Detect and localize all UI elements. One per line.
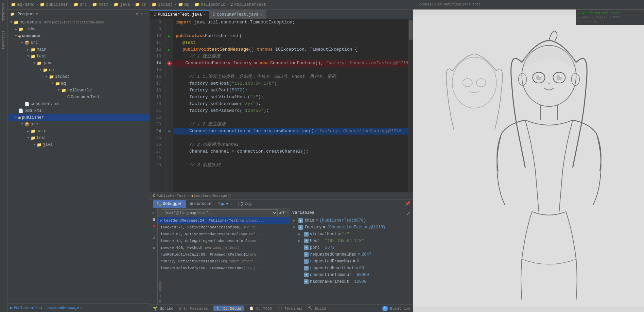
stepover-icon[interactable]: ↷ [226,201,228,207]
minimize-icon[interactable]: — [145,12,147,17]
tree-item-publisher-java[interactable]: ▼ 📁 java [7,141,150,148]
code-line-10: public class PublisherTest { [173,33,408,39]
tree-item-consumer[interactable]: ▼ ◉ consumer [7,33,150,39]
debug-tab-console[interactable]: ▦ Console [187,200,215,208]
infinity-btn[interactable]: ∞ [159,299,160,303]
frame-item[interactable]: ▶ testSendMessage:24, PublisherTest (cn.… [158,217,290,224]
gear2-icon[interactable]: ⚡ [140,12,143,17]
frame-item[interactable]: invoke:43, DelegatingMethodAccessorImpl … [158,238,290,244]
tree-item-consumer-test-class[interactable]: ▶ C ConsumerTest [7,94,150,101]
scroll-gutter-btn[interactable]: ∞ [151,245,157,251]
tree-item-consumer-main[interactable]: ▶ 📁 main [7,46,150,53]
frame-item[interactable]: runReflectiveCall:59, FrameworkMethod$1 … [158,251,290,258]
settings-icon[interactable]: ⚙ [136,12,138,17]
code-gutter: ▶ ▶ ● [166,19,173,192]
frame-item[interactable]: invoke:62, NativeMethodAccessorImpl (sun… [158,231,290,238]
mute-icon[interactable]: ◎ [248,201,251,207]
editor-area: C PublisherTest.java ✕ C ConsumerTest.ja… [150,10,413,312]
var-factory[interactable]: ▼ f factory = {ConnectionFactory@1218} [290,224,403,231]
status-bar: 🌱 Spring ⊟ 0: Messages 🐛 5: Debug 📋 6: T… [150,305,413,312]
var-this[interactable]: ▶ f this = {PublisherTest@870} [290,217,403,224]
var-handshakeTimeout[interactable]: ▶ f handshakeTimeout = 10000 [290,278,403,285]
tree-item-publisher[interactable]: ▼ ◉ publisher [7,114,150,121]
stop-gutter-btn[interactable]: ■ [151,223,157,229]
tree-item-consumer-helloworld[interactable]: ▼ 📁 helloworld [7,87,150,94]
breadcrumb-class: PublisherTest [157,194,186,198]
code-line-26: // 2.创建通道Channel [173,141,408,148]
tree-item-consumer-src[interactable]: ▼ 📦 src [7,39,150,46]
tree-item-consumer-cn[interactable]: ▼ 📁 cn [7,67,150,73]
terminal-status[interactable]: ⬛ Terminal [277,306,302,311]
close-consumer-test[interactable]: ✕ [260,13,262,17]
tree-item-consumer-iml[interactable]: ▶ 📄 consumer.iml [7,101,150,107]
right-panel: ✓ commit/push notifications area [413,0,644,312]
code-line-8: import java.util.concurrent.TimeoutExcep… [173,19,408,26]
tree-item-consumer-mq[interactable]: ▼ 📁 mq [7,80,150,87]
tree-item-consumer-test[interactable]: ▼ 📁 test [7,53,150,60]
down-frame-btn[interactable]: ▼ [282,210,285,215]
tab-publisher-test[interactable]: C PublisherTest.java ✕ [150,10,209,19]
stepout-icon[interactable]: ↑ [233,201,236,207]
build-status[interactable]: 🔨 Build [308,306,326,311]
messages-status[interactable]: ⊟ 0: Messages [179,306,208,311]
tree-item-mq-demo[interactable]: ▼ 📁 mq-demo G:\Projects\IdeaProjects\mq-… [7,19,150,26]
code-content[interactable]: import java.util.concurrent.TimeoutExcep… [173,19,408,192]
thread-dropdown[interactable]: "main"@1 in group "main"... [162,209,278,216]
code-line-9 [173,26,408,33]
thread-selector[interactable]: ✓ "main"@1 in group "main"... ▲ ▼ ⚐ [158,208,290,217]
var-host[interactable]: ▶ f host = "192.168.64.178" [290,238,403,244]
pin-icon[interactable]: 📌 [405,201,410,206]
settings-debug-icon[interactable]: ⚙ [245,201,247,207]
todo-status[interactable]: 📋 6: TODO [249,306,272,311]
var-virtualHost[interactable]: ▶ f virtualHost = "/" [290,231,403,238]
resume-gutter-btn[interactable]: ▶ [151,210,157,216]
var-port[interactable]: ▶ f port = 5672 [290,244,403,251]
code-line-17: factory.setHost("192.168.64.178"); [173,80,408,87]
project-tree: ▼ 📁 mq-demo G:\Projects\IdeaProjects\mq-… [7,19,150,303]
runtohere-icon[interactable]: ⤵ [238,201,240,207]
structure-tab[interactable]: Structure [1,1,6,22]
tree-item-consumer-itcast[interactable]: ▼ 📁 itcast [7,73,150,80]
tab-consumer-test[interactable]: C ConsumerTest.java ✕ [209,10,266,19]
editor-scrollbar[interactable] [408,19,413,192]
expand-debug-btn[interactable]: ⤢ [404,210,412,217]
var-requestedFrameMax[interactable]: ▶ f requestedFrameMax = 0 [290,258,403,265]
resume-icon[interactable]: ▶ [222,201,225,207]
variables-header: Variables [290,208,403,217]
tree-item-idea[interactable]: ▶ 📁 .idea [7,26,150,33]
var-connectionTimeout[interactable]: ▶ f connectionTimeout = 60000 [290,272,403,278]
event-log-btn[interactable]: 1 Event Log [382,306,410,311]
stepin-icon[interactable]: ↓ [230,201,232,207]
class-run-icon[interactable]: ▶ [168,34,171,38]
close-publisher-test[interactable]: ✕ [204,13,206,17]
rerun-gutter-btn[interactable]: ↺ [151,234,157,240]
var-requestedChannelMax[interactable]: ▶ f requestedChannelMax = 2047 [290,251,403,258]
tree-item-publisher-main[interactable]: ▶ 📁 main [7,128,150,135]
breadcrumb-root[interactable]: 📁 [11,2,16,7]
error-breakpoint-icon[interactable]: ● [167,61,172,66]
tree-item-consumer-java[interactable]: ▼ 📁 java [7,60,150,67]
debug-status[interactable]: 🐛 5: Debug [213,306,244,311]
code-line-20: factory.setUsername("zyx"); [173,101,408,107]
frames-scrollbar[interactable]: + ∞ [158,280,162,305]
frame-item[interactable]: invoke0:-1, NativeMethodAccessorImpl (su… [158,224,290,231]
add-watch-btn[interactable]: + [159,293,160,299]
var-requestedHeartbeat[interactable]: ▶ f requestedHeartbeat = 60 [290,265,403,272]
tree-item-pom-xml[interactable]: ▶ 📄 pom.xml [7,107,150,114]
filter-frame-btn[interactable]: ⚐ [285,210,288,215]
up-frame-btn[interactable]: ▲ [279,210,281,215]
project-title: Project [17,12,34,17]
frame-item[interactable]: invoke:498, Method (java.lang.reflect) [158,244,290,251]
debug-tab-debugger[interactable]: 🐛 Debugger [153,200,186,208]
method-run-icon[interactable]: ▶ [168,48,171,52]
tree-item-publisher-test[interactable]: ▼ 📁 test [7,135,150,141]
favorites-tab[interactable]: Favorites [1,29,6,50]
frame-item[interactable]: invokeExplosively:56, FrameworkMethod (o… [158,265,290,272]
spring-status[interactable]: 🌱 Spring [153,306,173,311]
frame-item[interactable]: run:12, ReflectiveCallable (org.junit.in… [158,258,290,265]
layout-icon[interactable]: ⊞ [217,201,220,207]
evaluate-icon[interactable]: ∑ [241,201,244,207]
pause-gutter-btn[interactable]: ⏸ [151,216,157,223]
tree-item-publisher-src[interactable]: ▼ 📦 src [7,121,150,128]
code-line-25 [173,135,408,141]
